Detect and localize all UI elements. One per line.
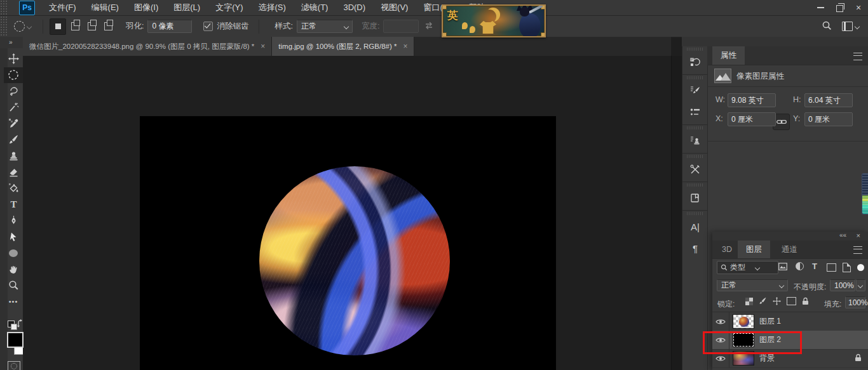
- document-scrollbar[interactable]: [671, 56, 682, 370]
- antialias-checkbox[interactable]: [203, 22, 213, 31]
- fill-input[interactable]: 100%: [845, 296, 865, 308]
- swap-dimensions-button[interactable]: [424, 22, 434, 31]
- opacity-dropdown-button[interactable]: [856, 279, 865, 291]
- tool-brush[interactable]: [4, 132, 23, 149]
- close-button[interactable]: ×: [849, 1, 868, 15]
- window-controls: ×: [811, 0, 868, 15]
- menu-view[interactable]: 视图(V): [373, 0, 416, 15]
- search-icon: [721, 264, 728, 271]
- h-input[interactable]: 6.04 英寸: [804, 93, 853, 107]
- minimize-button[interactable]: [811, 1, 830, 15]
- brushes-panel-button[interactable]: [682, 102, 708, 123]
- panel-menu-icon[interactable]: [853, 53, 862, 60]
- x-input[interactable]: 0 厘米: [728, 112, 776, 126]
- feather-input[interactable]: 0 像素: [147, 20, 192, 33]
- filter-adjustment-layers-button[interactable]: [796, 262, 804, 272]
- tool-path-select[interactable]: [4, 229, 23, 246]
- tool-pen[interactable]: [4, 213, 23, 229]
- tool-type[interactable]: T: [4, 197, 23, 213]
- character-panel-button[interactable]: A|: [682, 216, 708, 237]
- layer-filter-dropdown[interactable]: 类型: [717, 261, 778, 274]
- default-colors-icon[interactable]: [8, 320, 15, 327]
- banner-shirt-icon: [480, 21, 496, 34]
- document-tab-1[interactable]: 微信图片_20200528233948.png @ 90.9% (图层 0 拷贝…: [23, 37, 272, 56]
- tool-magic-wand[interactable]: [4, 100, 23, 116]
- tool-eraser[interactable]: [4, 164, 23, 181]
- menu-layer[interactable]: 图层(L): [166, 0, 208, 15]
- quick-mask-button[interactable]: [8, 361, 20, 370]
- lock-all-button[interactable]: [802, 297, 809, 307]
- intersect-selection-button[interactable]: [100, 19, 116, 34]
- tool-eyedropper[interactable]: [4, 116, 23, 132]
- add-to-selection-button[interactable]: [67, 19, 83, 34]
- menu-file[interactable]: 文件(F): [41, 0, 84, 15]
- tab-3d[interactable]: 3D: [714, 241, 740, 258]
- tab-channels[interactable]: 通道: [773, 241, 806, 258]
- w-input[interactable]: 9.08 英寸: [728, 93, 776, 107]
- menu-type[interactable]: 文字(Y): [208, 0, 250, 15]
- new-selection-button[interactable]: [50, 18, 66, 35]
- layers-close-button[interactable]: ×: [857, 232, 860, 239]
- y-input[interactable]: 0 厘米: [804, 112, 853, 126]
- menu-edit[interactable]: 编辑(E): [84, 0, 126, 15]
- width-input[interactable]: [383, 20, 419, 33]
- tool-preset-picker[interactable]: [14, 21, 31, 32]
- foreground-color-swatch[interactable]: [7, 332, 24, 348]
- banner-stud-icon: [442, 5, 447, 10]
- filter-type-layers-button[interactable]: T: [812, 261, 817, 271]
- lock-icon: [855, 353, 862, 362]
- restore-button[interactable]: [830, 1, 849, 15]
- tool-clone-stamp[interactable]: [4, 148, 23, 164]
- lock-transparency-button[interactable]: [745, 298, 753, 307]
- tool-paint-bucket[interactable]: [4, 180, 23, 197]
- chevron-down-icon: [779, 282, 784, 287]
- menu-filter[interactable]: 滤镜(T): [294, 0, 336, 15]
- blend-mode-dropdown[interactable]: 正常: [717, 279, 788, 291]
- tab-properties[interactable]: 属性: [712, 46, 745, 65]
- tool-elliptical-marquee[interactable]: [4, 67, 23, 84]
- tool-edit-toolbar[interactable]: •••: [4, 294, 23, 310]
- tool-presets-panel-button[interactable]: [682, 159, 708, 180]
- search-button[interactable]: [822, 20, 832, 32]
- lock-position-button[interactable]: [773, 297, 781, 307]
- tool-hand[interactable]: [4, 261, 23, 278]
- tab-layers[interactable]: 图层: [738, 241, 770, 258]
- menu-select[interactable]: 选择(S): [250, 0, 293, 15]
- tool-move[interactable]: [4, 51, 23, 67]
- tool-zoom[interactable]: [4, 277, 23, 294]
- tab-close-icon[interactable]: ×: [403, 42, 407, 51]
- layer-thumbnail[interactable]: [733, 314, 754, 329]
- tool-ellipse-shape[interactable]: [4, 245, 23, 261]
- filter-shape-layers-button[interactable]: [827, 263, 836, 274]
- workspace-switcher-button[interactable]: [842, 22, 859, 31]
- ad-banner[interactable]: 英: [442, 4, 546, 37]
- opacity-input[interactable]: 100%: [830, 279, 855, 291]
- clone-source-panel-button[interactable]: [682, 130, 708, 152]
- layers-collapse-button[interactable]: ««: [839, 232, 846, 239]
- tab-close-icon[interactable]: ×: [261, 42, 265, 51]
- layer-row-1[interactable]: 图层 1: [712, 312, 868, 331]
- chevron-down-icon: [755, 265, 760, 270]
- tool-lasso[interactable]: [4, 83, 23, 100]
- filter-toggle-button[interactable]: [857, 263, 864, 273]
- filter-smart-objects-button[interactable]: [843, 263, 851, 274]
- history-panel-button[interactable]: [682, 51, 708, 73]
- banner-stud-icon: [541, 32, 545, 37]
- subtract-from-selection-button[interactable]: [84, 19, 99, 34]
- brush-settings-panel-button[interactable]: [682, 80, 708, 102]
- style-dropdown[interactable]: 正常: [297, 20, 353, 33]
- menu-image[interactable]: 图像(I): [126, 0, 166, 15]
- libraries-panel-button[interactable]: [682, 187, 708, 209]
- menu-3d[interactable]: 3D(D): [336, 0, 373, 15]
- divider: [259, 20, 259, 34]
- document-canvas[interactable]: [140, 116, 556, 370]
- filter-pixel-layers-button[interactable]: [778, 263, 787, 272]
- panel-menu-icon[interactable]: [853, 246, 862, 254]
- visibility-toggle[interactable]: [712, 312, 729, 331]
- lock-artboard-button[interactable]: [787, 297, 796, 307]
- paragraph-panel-button[interactable]: ¶: [682, 237, 708, 259]
- dock-group: A| ¶: [682, 212, 708, 260]
- document-tab-2[interactable]: timg.jpg @ 100% (图层 2, RGB/8#) * ×: [272, 37, 414, 56]
- toolbar-collapse-button[interactable]: »: [0, 37, 23, 48]
- lock-pixels-button[interactable]: [759, 297, 767, 307]
